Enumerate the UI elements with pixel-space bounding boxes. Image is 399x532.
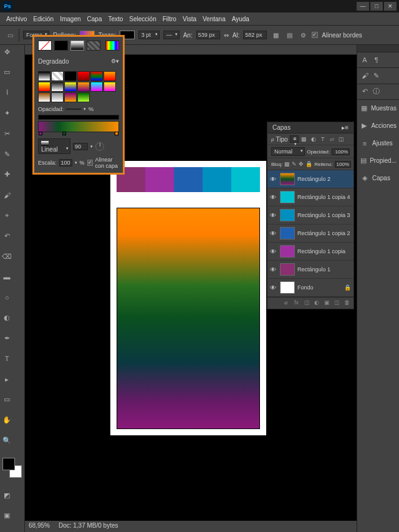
width-input[interactable]: 539 px [196, 31, 220, 39]
align-edges-checkbox[interactable] [312, 32, 318, 38]
panel-gear-icon[interactable]: ⚙▾ [111, 58, 119, 65]
visibility-icon[interactable]: 👁 [270, 176, 277, 183]
scale-arrow-icon[interactable]: ▾ [75, 160, 77, 165]
type-tool[interactable]: T [1, 353, 12, 364]
gradient-editor[interactable] [38, 121, 119, 132]
color-picker-button[interactable] [105, 41, 119, 51]
fill-none-button[interactable] [38, 41, 52, 51]
stamp-tool[interactable]: ⌖ [1, 210, 12, 221]
visibility-icon[interactable]: 👁 [270, 230, 277, 237]
link-layers-icon[interactable]: ⌀ [284, 299, 292, 307]
history-panel-icon[interactable]: ↶ [360, 87, 370, 97]
color-picker[interactable] [2, 458, 22, 478]
gradient-preset[interactable] [38, 92, 50, 102]
link-icon[interactable]: ⇔ [224, 32, 229, 39]
menu-capa[interactable]: Capa [87, 16, 102, 22]
zoom-level[interactable]: 68,95% [29, 522, 50, 531]
layer-row[interactable]: 👁Rectángulo 1 copia 3 [267, 206, 353, 225]
minimize-button[interactable]: — [357, 2, 369, 11]
dock-button-ajustes[interactable]: ≡Ajustes [357, 135, 399, 152]
layer-thumb[interactable] [280, 281, 295, 294]
palette-color[interactable] [203, 167, 231, 192]
gradient-preset[interactable] [64, 82, 77, 92]
menu-texto[interactable]: Texto [108, 16, 123, 22]
angle-dial[interactable] [95, 142, 104, 151]
new-layer-icon[interactable]: ◫ [334, 299, 342, 307]
angle-arrow-icon[interactable]: ▾ [90, 144, 93, 149]
layer-name[interactable]: Rectángulo 1 [297, 266, 351, 273]
dock-button-acciones[interactable]: ▶Acciones [357, 117, 399, 135]
quickmask-tool[interactable]: ◩ [1, 490, 12, 501]
gradient-stop[interactable] [115, 132, 118, 135]
palette-color[interactable] [231, 167, 260, 192]
angle-input[interactable]: 90 [73, 143, 88, 150]
opacity-strip[interactable] [38, 115, 119, 120]
layer-name[interactable]: Rectángulo 1 copia 2 [297, 230, 351, 236]
layer-row[interactable]: 👁Rectángulo 1 copia [267, 243, 353, 261]
lock-pos-icon[interactable]: ✥ [299, 160, 304, 168]
layers-tab[interactable]: Capas [272, 124, 291, 131]
gradient-stop[interactable] [62, 132, 66, 135]
fx-icon[interactable]: fx [294, 299, 302, 307]
adjustment-icon[interactable]: ◐ [314, 299, 322, 307]
visibility-icon[interactable]: 👁 [270, 194, 277, 201]
layer-name[interactable]: Rectángulo 1 copia 4 [297, 194, 351, 200]
gradient-preset[interactable] [64, 92, 77, 102]
filter-pixel-icon[interactable]: ▩ [300, 135, 308, 143]
gradient-tool[interactable]: ▬ [1, 271, 12, 283]
gradient-preset[interactable] [51, 71, 64, 81]
gradient-preset[interactable] [51, 92, 64, 102]
stroke-style-select[interactable]: — [163, 31, 180, 39]
tool-preset-icon[interactable]: ▭ [5, 30, 15, 40]
layer-thumb[interactable] [280, 227, 295, 239]
group-icon[interactable]: ▣ [324, 299, 332, 307]
layer-thumb[interactable] [280, 263, 295, 276]
panel-menu-icon[interactable]: ▸≡ [342, 124, 349, 131]
history-brush-tool[interactable]: ↶ [1, 230, 12, 241]
info-panel-icon[interactable]: ⓘ [372, 87, 382, 97]
visibility-icon[interactable]: 👁 [270, 266, 277, 273]
menu-archivo[interactable]: Archivo [6, 16, 27, 22]
eraser-tool[interactable]: ⌫ [1, 251, 12, 262]
layer-thumb[interactable] [280, 245, 295, 258]
char-panel-icon[interactable]: A [360, 55, 370, 65]
mask-icon[interactable]: ◫ [304, 299, 312, 307]
gradient-style-select[interactable]: Lineal [38, 138, 70, 154]
brushset-panel-icon[interactable]: ✎ [372, 71, 382, 81]
screenmode-tool[interactable]: ▣ [1, 510, 12, 521]
layer-opacity-input[interactable]: 100% [332, 148, 350, 155]
marquee-tool[interactable]: ▭ [1, 67, 12, 78]
gradient-preset[interactable] [103, 82, 116, 92]
shape-tool[interactable]: ▭ [1, 394, 12, 405]
dock-button-capas[interactable]: ◈Capas [357, 170, 399, 187]
zoom-tool[interactable]: 🔍 [1, 435, 12, 446]
palette-color[interactable] [174, 167, 203, 192]
brush-panel-icon[interactable]: 🖌 [360, 70, 370, 80]
gradient-preset[interactable] [77, 71, 90, 81]
layer-fill-input[interactable]: 100% [335, 161, 351, 168]
menu-ayuda[interactable]: Ayuda [232, 16, 249, 22]
maximize-button[interactable]: □ [370, 2, 383, 11]
crop-tool[interactable]: ✂ [1, 128, 12, 139]
visibility-icon[interactable]: 👁 [270, 284, 277, 291]
lasso-tool[interactable]: ⌇ [1, 87, 12, 99]
opacity-input[interactable] [66, 109, 81, 110]
visibility-icon[interactable]: 👁 [270, 212, 277, 219]
gradient-preset[interactable] [90, 82, 103, 92]
gradient-preset[interactable] [90, 71, 103, 81]
gradient-preset[interactable] [64, 71, 77, 81]
dock-button-muestras[interactable]: ▦Muestras [357, 100, 399, 117]
palette-color[interactable] [145, 167, 174, 192]
gradient-preset[interactable] [51, 82, 64, 92]
fill-solid-button[interactable] [54, 41, 68, 51]
gear-icon[interactable]: ⚙ [298, 30, 308, 40]
stroke-width-input[interactable]: 3 pt [138, 31, 160, 39]
blur-tool[interactable]: ○ [1, 292, 12, 303]
menu-edición[interactable]: Edición [33, 16, 54, 22]
layer-name[interactable]: Rectángulo 2 [297, 176, 351, 182]
lock-trans-icon[interactable]: ▩ [284, 160, 290, 168]
path-select-tool[interactable]: ▸ [1, 374, 12, 385]
lock-paint-icon[interactable]: ✎ [292, 160, 297, 168]
fill-pattern-button[interactable] [87, 41, 100, 51]
layer-row[interactable]: 👁Rectángulo 1 copia 2 [267, 225, 353, 243]
